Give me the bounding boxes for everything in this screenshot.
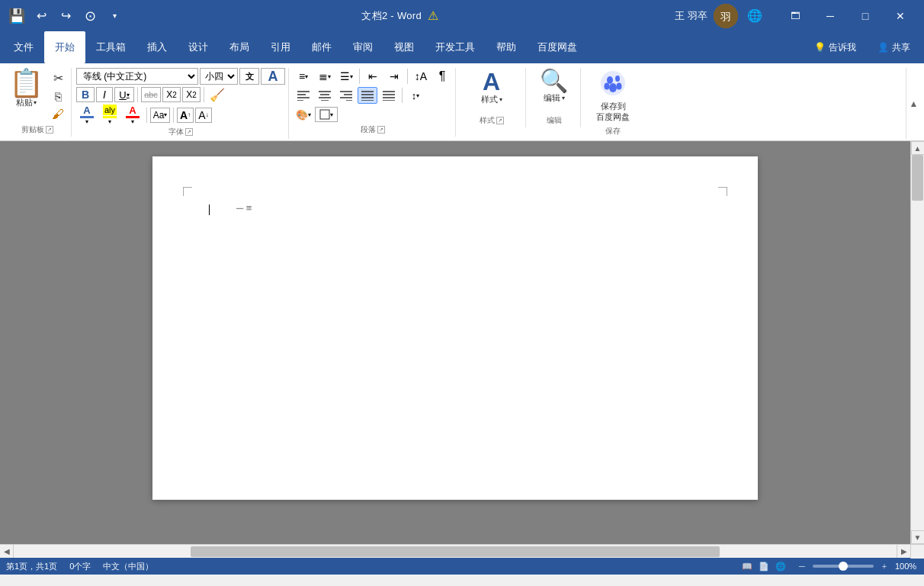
document-page[interactable]: ─ ≡: [152, 156, 758, 500]
copy-button[interactable]: ⎘: [48, 88, 68, 105]
menu-tellme[interactable]: 💡告诉我: [804, 31, 867, 63]
menu-toolbox[interactable]: 工具箱: [85, 31, 136, 63]
menu-design[interactable]: 设计: [178, 31, 219, 63]
style-button[interactable]: A 样式 ▾: [476, 68, 507, 107]
increase-indent-button[interactable]: ⇥: [384, 68, 404, 85]
menu-help[interactable]: 帮助: [486, 31, 527, 63]
format-painter-button[interactable]: 🖌: [48, 106, 68, 123]
horizontal-scrollbar[interactable]: ◀ ▶: [0, 544, 924, 558]
zoom-slider-thumb[interactable]: [839, 562, 848, 571]
save-baidu-label: 保存到 百度网盘: [596, 101, 630, 123]
close-button[interactable]: ✕: [883, 4, 918, 28]
multilevel-list-button[interactable]: ☰▾: [336, 68, 356, 85]
read-mode-button[interactable]: 📖: [740, 560, 755, 572]
edit-dropdown-arrow[interactable]: ▾: [562, 95, 565, 101]
print-layout-button[interactable]: 📄: [756, 560, 772, 572]
align-center-button[interactable]: [315, 87, 335, 104]
save-button[interactable]: 💾: [6, 5, 27, 27]
italic-button[interactable]: I: [96, 87, 113, 102]
line-spacing-button[interactable]: ↕▾: [406, 87, 425, 104]
border-button[interactable]: ▾: [315, 107, 338, 122]
language-status[interactable]: 中文（中国）: [103, 561, 153, 572]
show-marks-button[interactable]: ¶: [432, 68, 452, 85]
save-baidu-button[interactable]: 保存到 百度网盘: [592, 68, 634, 124]
text-cursor: [209, 204, 210, 215]
menu-share[interactable]: 👤共享: [867, 31, 921, 63]
bold-button[interactable]: B: [76, 87, 95, 102]
zoom-slider-track[interactable]: [813, 565, 874, 568]
font-color-button[interactable]: A ▾: [76, 105, 98, 125]
menu-baidu[interactable]: 百度网盘: [527, 31, 588, 63]
subscript-button[interactable]: X2: [162, 87, 181, 102]
unordered-list-button[interactable]: ≡▾: [294, 68, 313, 85]
align-right-button[interactable]: [336, 87, 356, 104]
menu-insert[interactable]: 插入: [136, 31, 178, 63]
cut-button[interactable]: ✂: [48, 69, 68, 86]
change-case-button[interactable]: Aa▾: [150, 108, 170, 123]
chinese-align-button[interactable]: [379, 87, 399, 104]
style-dropdown-arrow[interactable]: ▾: [499, 96, 502, 103]
menu-developer[interactable]: 开发工具: [425, 31, 486, 63]
maximize-button[interactable]: □: [848, 4, 883, 28]
online-status-icon[interactable]: 🌐: [744, 5, 765, 27]
menu-review[interactable]: 审阅: [342, 31, 383, 63]
grow-font-button[interactable]: A↑: [177, 108, 194, 123]
document-scroll-area[interactable]: ─ ≡: [0, 141, 910, 544]
h-scroll-thumb[interactable]: [191, 546, 720, 557]
clipboard-expand-button[interactable]: ↗: [46, 126, 53, 134]
big-a-button[interactable]: A: [261, 68, 285, 85]
avatar[interactable]: 羽: [714, 4, 738, 28]
font-size-select[interactable]: 小四: [200, 68, 238, 85]
customize-qat-button[interactable]: ▾: [104, 5, 125, 27]
clear-format-button[interactable]: 🧹: [207, 87, 227, 102]
web-layout-button[interactable]: 🌐: [773, 560, 788, 572]
ordered-list-button[interactable]: ≣▾: [315, 68, 335, 85]
scroll-track[interactable]: [911, 155, 924, 530]
superscript-button[interactable]: X2: [182, 87, 201, 102]
paste-dropdown-arrow[interactable]: ▾: [34, 99, 37, 106]
restore-button[interactable]: 🗔: [778, 4, 813, 28]
h-scroll-track[interactable]: [14, 545, 897, 558]
zoom-out-button[interactable]: ─: [794, 560, 810, 572]
h-scroll-left-button[interactable]: ◀: [0, 545, 14, 558]
zoom-in-button[interactable]: +: [877, 560, 892, 572]
word-count-status[interactable]: 0个字: [69, 561, 91, 572]
font-expand-button[interactable]: ↗: [185, 128, 193, 136]
paragraph-expand-button[interactable]: ↗: [377, 126, 385, 134]
decrease-indent-button[interactable]: ⇤: [363, 68, 383, 85]
menu-view[interactable]: 视图: [383, 31, 425, 63]
scroll-thumb[interactable]: [912, 155, 923, 201]
menu-file[interactable]: 文件: [3, 31, 44, 63]
menu-references[interactable]: 引用: [260, 31, 301, 63]
wenzi-button[interactable]: 文: [239, 68, 259, 85]
menu-mailings[interactable]: 邮件: [301, 31, 342, 63]
scroll-up-button[interactable]: ▲: [911, 141, 925, 155]
sort-button[interactable]: ↕A: [411, 68, 431, 85]
justify-button[interactable]: [358, 87, 377, 104]
font-name-select[interactable]: 等线 (中文正文): [76, 68, 198, 85]
paste-button[interactable]: 📋 粘贴 ▾: [6, 68, 47, 110]
scroll-down-button[interactable]: ▼: [911, 530, 925, 544]
shrink-font-button[interactable]: A↓: [195, 108, 212, 123]
vertical-scrollbar[interactable]: ▲ ▼: [910, 141, 924, 544]
shading-button[interactable]: 🎨▾: [294, 106, 313, 123]
ribbon-collapse-button[interactable]: ▲: [906, 68, 921, 139]
text-color-button[interactable]: A ▾: [122, 105, 143, 125]
menu-layout[interactable]: 布局: [219, 31, 260, 63]
page-count-status[interactable]: 第1页，共1页: [6, 561, 57, 572]
edit-button[interactable]: 🔍 编辑 ▾: [535, 68, 573, 105]
highlight-color-button[interactable]: aly ▾: [99, 105, 120, 125]
zoom-level[interactable]: 100%: [895, 562, 918, 571]
align-left-button[interactable]: [294, 87, 313, 104]
h-scroll-right-button[interactable]: ▶: [897, 545, 910, 558]
minimize-button[interactable]: ─: [813, 4, 848, 28]
user-name[interactable]: 王 羽卒: [675, 9, 707, 23]
redo-button[interactable]: ↪: [55, 5, 76, 27]
document-text-area[interactable]: ─ ≡: [207, 202, 703, 355]
strikethrough-button[interactable]: abc: [141, 87, 161, 102]
undo-button[interactable]: ↩: [30, 5, 52, 27]
autosave-button[interactable]: ⊙: [79, 5, 101, 27]
menu-home[interactable]: 开始: [44, 31, 85, 63]
style-expand-button[interactable]: ↗: [496, 117, 504, 124]
underline-button[interactable]: U▾: [114, 87, 134, 102]
